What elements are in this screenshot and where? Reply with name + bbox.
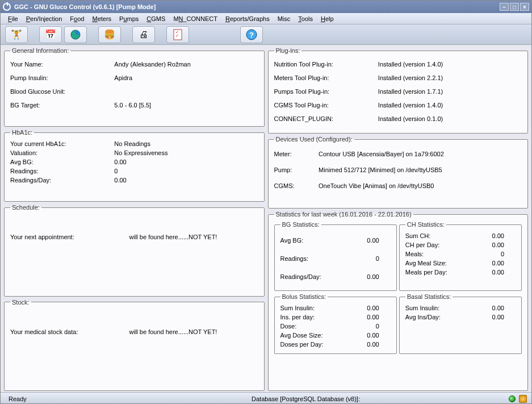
menu-reports[interactable]: Reports/Graphs bbox=[221, 14, 274, 23]
stat-label: Doses per Day: bbox=[280, 341, 347, 348]
devices-legend: Devices Used (Configured): bbox=[274, 136, 354, 143]
stat-label: CH per Day: bbox=[405, 241, 472, 248]
toolbar-chart-icon[interactable] bbox=[64, 26, 87, 43]
stat-value: 0 bbox=[471, 251, 516, 257]
toolbar-checklist-icon[interactable]: ✓✓ bbox=[166, 26, 189, 43]
status-led-icon bbox=[509, 395, 516, 402]
plugin-label: Pumps Tool Plug-in: bbox=[274, 88, 378, 95]
plugin-label: CONNECT_PLUGIN: bbox=[274, 115, 378, 122]
target-label: BG Target: bbox=[10, 102, 114, 109]
stat-value: 0.00 bbox=[471, 260, 516, 266]
name-label: Your Name: bbox=[10, 61, 114, 68]
plugin-label: CGMS Tool Plug-in: bbox=[274, 102, 378, 109]
stock-panel: Stock: Your medical stock data: will be … bbox=[4, 299, 265, 391]
menu-pen[interactable]: Pen/Injection bbox=[22, 14, 66, 23]
name-value: Andy (Aleksander) Rožman bbox=[114, 61, 258, 68]
menu-help[interactable]: Help bbox=[317, 14, 338, 23]
devices-panel: Devices Used (Configured): Meter:Contour… bbox=[268, 136, 529, 209]
menu-connect[interactable]: MN_CONNECT bbox=[169, 14, 221, 23]
window-title: GGC - GNU Gluco Control (v0.6.1) [Pump M… bbox=[14, 3, 156, 10]
device-value: Contour USB [Ascensia/Bayer] on 1a79:600… bbox=[319, 151, 522, 157]
general-info-panel: General Information: Your Name:Andy (Ale… bbox=[4, 47, 265, 127]
target-value: 5.0 - 6.0 [5.5] bbox=[114, 102, 258, 109]
menubar: File Pen/Injection Food Meters Pumps CGM… bbox=[1, 13, 531, 24]
stat-label: Readings: bbox=[280, 255, 347, 262]
toolbar-food-icon[interactable]: 🍔 bbox=[98, 26, 121, 43]
ch-stats-box: CH Statistics: Sum CH:0.00CH per Day:0.0… bbox=[399, 221, 522, 291]
stock-label: Your medical stock data: bbox=[10, 328, 129, 335]
statusbar: Ready Database [PostgreSQL Database (v8)… bbox=[1, 392, 531, 404]
device-value: Minimed 512/712 [Minimed] on /dev/ttyUSB… bbox=[319, 166, 522, 173]
toolbar-calendar-icon[interactable]: 📅 bbox=[39, 26, 62, 43]
toolbar-fitness-icon[interactable]: 🏋 bbox=[5, 26, 28, 43]
stat-value: 0.00 bbox=[471, 232, 516, 239]
schedule-legend: Schedule: bbox=[10, 204, 41, 211]
basal-stats-box: Basal Statistics: Sum Insulin:0.00Avg In… bbox=[399, 293, 522, 354]
stat-value: 0.00 bbox=[346, 332, 391, 339]
insulin-value: Apidra bbox=[114, 74, 258, 81]
stat-label: Avg Ins/Day: bbox=[405, 314, 472, 320]
schedule-value: will be found here......NOT YET! bbox=[129, 234, 217, 240]
menu-cgms[interactable]: CGMS bbox=[143, 14, 169, 23]
hba1c-current-value: No Readings bbox=[114, 140, 258, 147]
app-icon bbox=[3, 3, 11, 11]
menu-misc[interactable]: Misc bbox=[274, 14, 295, 23]
device-label: CGMS: bbox=[274, 182, 319, 189]
stat-label: Avg Meal Size: bbox=[405, 260, 472, 266]
stat-value: 0 bbox=[346, 323, 391, 330]
stat-label: Meals: bbox=[405, 251, 472, 257]
stat-value: 0.00 bbox=[471, 305, 516, 311]
stat-value: 0.00 bbox=[346, 237, 391, 244]
hba1c-legend: HbA1c: bbox=[10, 129, 34, 136]
plugin-value: Installed (version 1.7.1) bbox=[378, 88, 522, 95]
schedule-label: Your next appointment: bbox=[10, 234, 129, 240]
status-lock-icon bbox=[519, 395, 527, 403]
stat-label: Dose: bbox=[280, 323, 347, 330]
menu-tools[interactable]: Tools bbox=[294, 14, 317, 23]
stat-label: Sum Insulin: bbox=[405, 305, 472, 311]
hba1c-rpd-label: Readings/Day: bbox=[10, 177, 114, 184]
stat-label: Avg Dose Size: bbox=[280, 332, 347, 339]
stat-value: 0.00 bbox=[346, 314, 391, 320]
toolbar: 🏋 📅 🍔 🖨 ✓✓ ? bbox=[1, 24, 531, 45]
stat-label: Ins. per day: bbox=[280, 314, 347, 320]
plugin-label: Meters Tool Plug-in: bbox=[274, 74, 378, 81]
plugin-value: Installed (version 1.4.0) bbox=[378, 61, 522, 68]
stat-value: 0.00 bbox=[471, 241, 516, 248]
maximize-button[interactable]: □ bbox=[510, 3, 519, 11]
plugin-label: Nutrition Tool Plug-in: bbox=[274, 61, 378, 68]
stats-legend: Statistics for last week (16.01.2016 - 2… bbox=[274, 211, 413, 218]
hba1c-valuation-value: No Expressiveness bbox=[114, 149, 258, 156]
menu-food[interactable]: Food bbox=[66, 14, 88, 23]
minimize-button[interactable]: – bbox=[500, 3, 509, 11]
menu-file[interactable]: File bbox=[4, 14, 22, 23]
bg-stats-legend: BG Statistics: bbox=[280, 221, 321, 228]
device-label: Pump: bbox=[274, 166, 319, 173]
stat-label: Readings/Day: bbox=[280, 273, 347, 280]
plugin-value: Installed (version 1.4.0) bbox=[378, 102, 522, 109]
bgu-value bbox=[114, 88, 258, 95]
hba1c-avgbg-value: 0.00 bbox=[114, 159, 258, 165]
toolbar-print-icon[interactable]: 🖨 bbox=[132, 26, 155, 43]
stat-value: 0.00 bbox=[471, 269, 516, 276]
status-db: Database [PostgreSQL Database (v8)]: bbox=[248, 395, 363, 402]
stats-panel: Statistics for last week (16.01.2016 - 2… bbox=[268, 211, 529, 391]
general-info-legend: General Information: bbox=[10, 47, 70, 54]
stat-value: 0 bbox=[346, 255, 391, 262]
stat-value: 0.00 bbox=[346, 341, 391, 348]
stat-label: Sum Insulin: bbox=[280, 305, 347, 311]
stock-value: will be found here......NOT YET! bbox=[129, 328, 217, 335]
menu-meters[interactable]: Meters bbox=[88, 14, 115, 23]
menu-pumps[interactable]: Pumps bbox=[115, 14, 143, 23]
insulin-label: Pump Insulin: bbox=[10, 74, 114, 81]
stat-label: Sum CH: bbox=[405, 232, 472, 239]
stat-value: 0.00 bbox=[346, 305, 391, 311]
hba1c-avgbg-label: Avg BG: bbox=[10, 159, 114, 165]
plugins-legend: Plug-ins: bbox=[274, 47, 302, 54]
hba1c-readings-label: Readings: bbox=[10, 168, 114, 174]
hba1c-current-label: Your current HbA1c: bbox=[10, 140, 114, 147]
toolbar-help-icon[interactable]: ? bbox=[240, 26, 263, 43]
titlebar: GGC - GNU Gluco Control (v0.6.1) [Pump M… bbox=[1, 1, 531, 13]
close-button[interactable]: × bbox=[520, 3, 529, 11]
stat-label: Meals per Day: bbox=[405, 269, 472, 276]
